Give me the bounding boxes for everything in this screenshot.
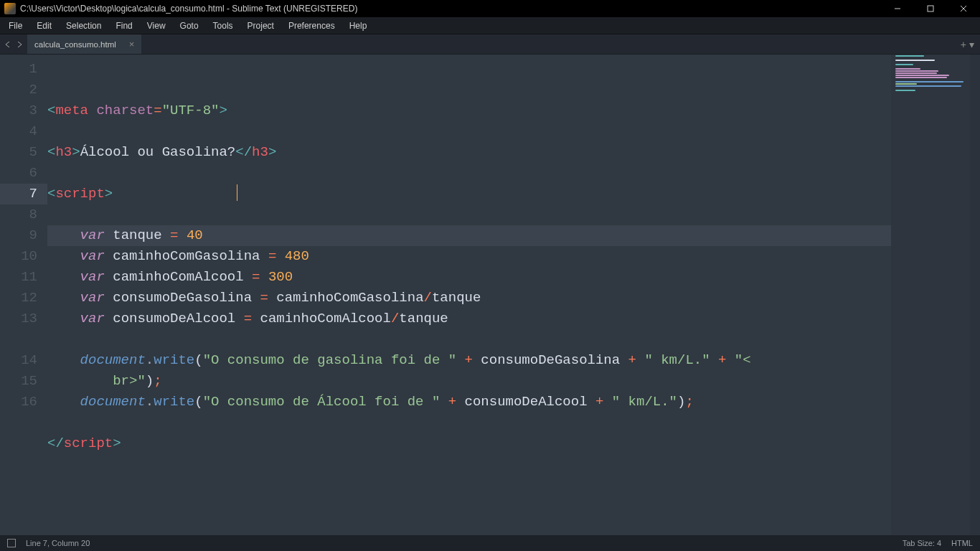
panel-switcher-icon[interactable] bbox=[7, 539, 16, 547]
menu-item-find[interactable]: Find bbox=[108, 19, 139, 33]
line-number-gutter[interactable]: 12345678910111213 141516 bbox=[0, 55, 47, 535]
menu-item-preferences[interactable]: Preferences bbox=[281, 19, 342, 33]
line-number[interactable]: 13 bbox=[0, 309, 47, 329]
line-number[interactable]: 6 bbox=[0, 163, 47, 184]
line-number[interactable]: 2 bbox=[0, 80, 47, 100]
line-number bbox=[0, 329, 47, 350]
menu-item-tools[interactable]: Tools bbox=[206, 19, 240, 33]
code-line[interactable] bbox=[47, 163, 891, 184]
menu-item-edit[interactable]: Edit bbox=[29, 19, 59, 33]
code-line[interactable] bbox=[47, 121, 891, 142]
code-line[interactable]: <h3>Álcool ou Gasolina?</h3> bbox=[47, 142, 891, 163]
status-cursor-position[interactable]: Line 7, Column 20 bbox=[26, 539, 90, 547]
menu-item-selection[interactable]: Selection bbox=[59, 19, 108, 33]
menu-item-view[interactable]: View bbox=[140, 19, 173, 33]
code-line[interactable]: var tanque = 40 bbox=[47, 225, 891, 246]
code-line[interactable] bbox=[47, 329, 891, 350]
code-line[interactable]: <script> bbox=[47, 184, 891, 204]
code-line[interactable] bbox=[47, 413, 891, 433]
line-number[interactable]: 5 bbox=[0, 142, 47, 163]
svg-rect-1 bbox=[928, 6, 933, 11]
code-line[interactable]: var caminhoComAlcool = 300 bbox=[47, 267, 891, 288]
status-bar: Line 7, Column 20 Tab Size: 4 HTML bbox=[0, 535, 980, 551]
window-title: C:\Users\Victor\Desktop\logica\calcula_c… bbox=[20, 4, 881, 14]
tab-nav-arrows bbox=[0, 34, 27, 54]
code-view[interactable]: <meta charset="UTF-8"><h3>Álcool ou Gaso… bbox=[47, 55, 891, 535]
tab-dropdown-icon[interactable]: ▾ bbox=[969, 39, 974, 50]
tab-label: calcula_consumo.html bbox=[34, 40, 116, 49]
line-number[interactable]: 11 bbox=[0, 267, 47, 288]
menu-item-file[interactable]: File bbox=[1, 19, 29, 33]
line-number[interactable]: 9 bbox=[0, 225, 47, 246]
code-line-wrap[interactable]: br>"); bbox=[47, 371, 891, 392]
line-number[interactable]: 14 bbox=[0, 350, 47, 371]
minimize-button[interactable] bbox=[881, 0, 914, 17]
status-tab-size[interactable]: Tab Size: 4 bbox=[903, 539, 941, 547]
line-number[interactable]: 8 bbox=[0, 204, 47, 225]
tab-active[interactable]: calcula_consumo.html × bbox=[27, 34, 142, 54]
code-line[interactable]: var caminhoComGasolina = 480 bbox=[47, 246, 891, 267]
code-line[interactable]: document.write("O consumo de gasolina fo… bbox=[47, 350, 891, 371]
tab-bar: calcula_consumo.html × + ▾ bbox=[0, 34, 980, 55]
status-syntax[interactable]: HTML bbox=[951, 539, 973, 547]
line-number[interactable]: 12 bbox=[0, 288, 47, 309]
tab-close-icon[interactable]: × bbox=[129, 39, 135, 49]
code-line[interactable]: <meta charset="UTF-8"> bbox=[47, 100, 891, 121]
code-line[interactable]: var consumoDeAlcool = caminhoComAlcool/t… bbox=[47, 309, 891, 329]
line-number[interactable]: 16 bbox=[0, 392, 47, 413]
line-number[interactable]: 7 bbox=[0, 184, 47, 204]
app-icon bbox=[4, 3, 16, 14]
text-cursor bbox=[237, 184, 237, 201]
close-button[interactable] bbox=[947, 0, 980, 17]
maximize-button[interactable] bbox=[914, 0, 947, 17]
vertical-scrollbar[interactable] bbox=[970, 55, 980, 535]
menu-item-project[interactable]: Project bbox=[240, 19, 281, 33]
line-number[interactable]: 10 bbox=[0, 246, 47, 267]
line-number[interactable]: 1 bbox=[0, 59, 47, 80]
menu-bar: FileEditSelectionFindViewGotoToolsProjec… bbox=[0, 17, 980, 34]
line-number[interactable]: 15 bbox=[0, 371, 47, 392]
tab-history-forward-icon[interactable] bbox=[14, 39, 24, 50]
menu-item-help[interactable]: Help bbox=[342, 19, 374, 33]
new-tab-icon[interactable]: + bbox=[961, 39, 966, 50]
window-titlebar: C:\Users\Victor\Desktop\logica\calcula_c… bbox=[0, 0, 980, 17]
code-line[interactable]: </script> bbox=[47, 433, 891, 454]
editor-area[interactable]: 12345678910111213 141516 <meta charset="… bbox=[0, 55, 980, 535]
tab-history-back-icon[interactable] bbox=[3, 39, 13, 50]
code-line[interactable] bbox=[47, 204, 891, 225]
code-line[interactable]: document.write("O consumo de Álcool foi … bbox=[47, 392, 891, 413]
line-number[interactable]: 4 bbox=[0, 121, 47, 142]
menu-item-goto[interactable]: Goto bbox=[173, 19, 206, 33]
line-number[interactable]: 3 bbox=[0, 100, 47, 121]
minimap[interactable] bbox=[891, 55, 970, 535]
code-line[interactable]: var consumoDeGasolina = caminhoComGasoli… bbox=[47, 288, 891, 309]
